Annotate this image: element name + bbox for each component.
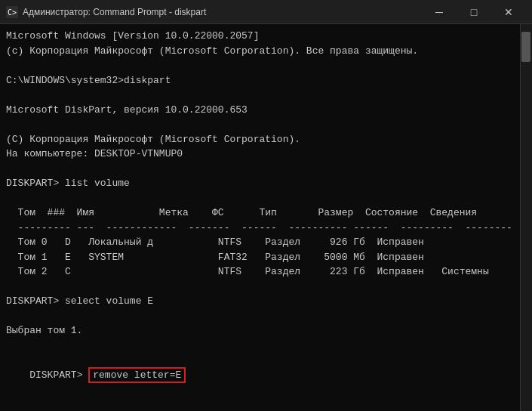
svg-text:C>: C> [8, 8, 17, 17]
line-selected: Выбран том 1. [6, 323, 526, 338]
table-header: Том ### Имя Метка ФС Тип Размер Состояни… [6, 206, 526, 221]
minimize-button[interactable]: ─ [422, 0, 457, 24]
line-version: Microsoft DiskPart, версия 10.0.22000.65… [6, 103, 526, 118]
app-icon: C> [6, 6, 18, 18]
line-blank-1 [6, 58, 526, 73]
table-row-0: Том 0 D Локальный д NTFS Раздел 926 Гб И… [6, 235, 526, 250]
line-corp: (С) Корпорация Майкрософт (Microsoft Cor… [6, 132, 526, 147]
line-winver: Microsoft Windows [Version 10.0.22000.20… [6, 29, 526, 44]
line-blank-8 [6, 338, 526, 354]
table-separator: --------- --- ------------ ------- -----… [6, 221, 526, 236]
line-computer: На компьютере: DESKTOP-VTNMUP0 [6, 147, 526, 162]
line-diskpart-cmd: C:\WINDOWS\system32>diskpart [6, 73, 526, 88]
close-button[interactable]: ✕ [491, 0, 526, 24]
maximize-button[interactable]: □ [457, 0, 491, 24]
line-blank-3 [6, 117, 526, 132]
terminal-window[interactable]: Microsoft Windows [Version 10.0.22000.20… [0, 24, 532, 411]
window-title: Администратор: Command Prompt - diskpart [23, 7, 422, 17]
line-list-volume: DISKPART> list volume [6, 176, 526, 191]
volume-table: Том ### Имя Метка ФС Тип Размер Состояни… [6, 206, 526, 280]
line-blank-5 [6, 191, 526, 206]
line-select-volume: DISKPART> select volume E [6, 294, 526, 309]
diskpart-prompt: DISKPART> [29, 369, 88, 381]
line-blank-6 [6, 280, 526, 295]
highlighted-command: remove letter=E [88, 367, 186, 383]
title-bar: C> Администратор: Command Prompt - diskp… [0, 0, 532, 24]
line-blank-4 [6, 162, 526, 177]
scrollbar[interactable] [520, 24, 532, 411]
window-controls: ─ □ ✕ [422, 0, 526, 24]
line-blank-2 [6, 88, 526, 103]
line-blank-7 [6, 309, 526, 324]
table-row-1: Том 1 E SYSTEM FAT32 Раздел 5000 Мб Испр… [6, 250, 526, 265]
line-copyright: (с) Корпорация Майкрософт (Microsoft Cor… [6, 44, 526, 59]
table-row-2: Том 2 C NTFS Раздел 223 Гб Исправен Сист… [6, 264, 526, 280]
scrollbar-thumb[interactable] [521, 32, 530, 62]
current-command-line: DISKPART> remove letter=E [6, 353, 526, 397]
